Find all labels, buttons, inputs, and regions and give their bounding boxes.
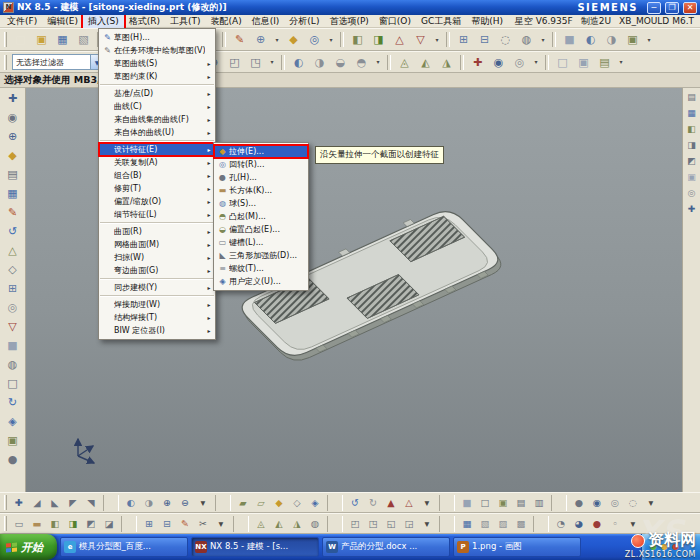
toolbar-icon[interactable]: ▾ xyxy=(643,495,659,511)
taskbar-window-button[interactable]: W 产品的分型.docx ... xyxy=(322,537,450,557)
toolbar-icon[interactable]: ◰ xyxy=(347,516,363,532)
toolbar-icon[interactable]: ◲ xyxy=(401,516,417,532)
toolbar-icon[interactable]: ◆ xyxy=(3,146,22,165)
toolbar-icon[interactable]: ◎ xyxy=(510,53,529,72)
toolbar-icon[interactable]: ◣ xyxy=(47,495,63,511)
toolbar-icon[interactable] xyxy=(387,55,391,70)
toolbar-icon[interactable]: ◈ xyxy=(307,495,323,511)
toolbar-icon[interactable]: ▧ xyxy=(74,30,93,49)
toolbar-icon[interactable] xyxy=(222,32,226,47)
submenu-item[interactable]: ▬ 长方体(K)... xyxy=(214,184,308,197)
menubar-item[interactable]: 窗口(O) xyxy=(374,15,416,28)
toolbar-icon[interactable]: △ xyxy=(3,241,22,260)
submenu-item[interactable]: ◒ 偏置凸起(E)... xyxy=(214,223,308,236)
toolbar-icon[interactable]: △ xyxy=(401,495,417,511)
toolbar-icon[interactable]: ▨ xyxy=(495,516,511,532)
insert-menu-item[interactable]: 弯边曲面(G) ▸ xyxy=(99,264,215,277)
toolbar-icon[interactable]: ✂ xyxy=(195,516,211,532)
selection-filter-dropdown[interactable]: 无选择过滤器 ▼ xyxy=(12,54,104,70)
submenu-item[interactable]: ◎ 回转(R)... xyxy=(214,158,308,171)
insert-menu-item[interactable]: 草图约束(K) ▸ xyxy=(99,70,215,83)
toolbar-icon[interactable]: ◎ xyxy=(3,298,22,317)
toolbar-icon[interactable]: ⊕ xyxy=(3,127,22,146)
toolbar-icon[interactable]: ✎ xyxy=(177,516,193,532)
toolbar-icon[interactable]: ▽ xyxy=(411,30,430,49)
toolbar-icon[interactable]: ◉ xyxy=(3,108,22,127)
toolbar-icon[interactable]: ◰ xyxy=(225,53,244,72)
toolbar-icon[interactable] xyxy=(446,32,450,47)
toolbar-icon[interactable]: ▦ xyxy=(53,30,72,49)
insert-menu-item[interactable]: 网格曲面(M) ▸ xyxy=(99,238,215,251)
toolbar-icon[interactable] xyxy=(281,55,285,70)
toolbar-icon[interactable]: ◭ xyxy=(416,53,435,72)
toolbar-icon[interactable]: ▢ xyxy=(11,30,30,49)
toolbar-icon[interactable]: ⊞ xyxy=(141,516,157,532)
toolbar-icon[interactable]: ◨ xyxy=(369,30,388,49)
toolbar-icon[interactable]: ▾ xyxy=(419,495,435,511)
taskbar-window-button[interactable]: e 模具分型图_百度... xyxy=(60,537,188,557)
toolbar-icon[interactable] xyxy=(545,55,549,70)
toolbar-icon[interactable]: ◥ xyxy=(83,495,99,511)
toolbar-icon[interactable]: ▾ xyxy=(272,30,282,49)
toolbar-icon[interactable]: ◐ xyxy=(289,53,308,72)
toolbar-icon[interactable]: ◢ xyxy=(29,495,45,511)
taskbar-window-button[interactable]: P 1.png - 画图 xyxy=(453,537,581,557)
toolbar-icon[interactable] xyxy=(551,495,567,511)
toolbar-icon[interactable]: ▽ xyxy=(3,317,22,336)
insert-menu-item[interactable]: 关联复制(A) ▸ xyxy=(99,156,215,169)
toolbar-grip[interactable] xyxy=(4,55,7,70)
toolbar-icon[interactable]: ✚ xyxy=(468,53,487,72)
menubar-item[interactable]: 编辑(E) xyxy=(42,15,83,28)
menubar-item[interactable]: 装配(A) xyxy=(205,15,246,28)
submenu-item[interactable]: ◍ 球(S)... xyxy=(214,197,308,210)
minimize-button[interactable]: ─ xyxy=(647,2,661,14)
toolbar-icon[interactable]: ◓ xyxy=(352,53,371,72)
insert-menu-item[interactable]: 扫掠(W) ▸ xyxy=(99,251,215,264)
toolbar-icon[interactable]: ◬ xyxy=(253,516,269,532)
toolbar-icon[interactable]: ◆ xyxy=(284,30,303,49)
toolbar-icon[interactable]: ↺ xyxy=(347,495,363,511)
toolbar-icon[interactable]: ◑ xyxy=(141,495,157,511)
submenu-item[interactable]: ≡ 螺纹(T)... xyxy=(214,262,308,275)
insert-menu-item[interactable]: BIW 定位器(I) ▸ xyxy=(99,324,215,337)
insert-menu-item[interactable]: ✎ 在任务环境中绘制草图(V)... xyxy=(99,44,215,57)
toolbar-icon[interactable]: ◐ xyxy=(581,30,600,49)
toolbar-icon[interactable]: ▾ xyxy=(373,53,383,72)
insert-menu-item[interactable]: 同步建模(Y) ▸ xyxy=(99,281,215,294)
toolbar-icon[interactable]: ■ xyxy=(560,30,579,49)
insert-menu-item[interactable]: 修剪(T) ▸ xyxy=(99,182,215,195)
toolbar-icon[interactable]: ◒ xyxy=(331,53,350,72)
insert-menu-item[interactable]: 组合(B) ▸ xyxy=(99,169,215,182)
menubar-item[interactable]: 格式(R) xyxy=(124,15,165,28)
toolbar-icon[interactable]: ⊟ xyxy=(475,30,494,49)
toolbar-icon[interactable]: ⊕ xyxy=(251,30,270,49)
toolbar-icon[interactable]: ▾ xyxy=(531,53,541,72)
toolbar-icon[interactable]: ◧ xyxy=(348,30,367,49)
toolbar-icon[interactable]: ↻ xyxy=(365,495,381,511)
toolbar-icon[interactable]: ◨ xyxy=(65,516,81,532)
toolbar-icon[interactable]: ▣ xyxy=(623,30,642,49)
toolbar-icon[interactable]: ▣ xyxy=(3,431,22,450)
toolbar-icon[interactable]: ▣ xyxy=(32,30,51,49)
insert-menu-item[interactable]: 来自曲线集的曲线(F) ▸ xyxy=(99,113,215,126)
toolbar-icon[interactable]: □ xyxy=(553,53,572,72)
toolbar-icon[interactable]: ◪ xyxy=(101,516,117,532)
toolbar-icon[interactable]: ▣ xyxy=(574,53,593,72)
toolbar-icon[interactable]: ◩ xyxy=(83,516,99,532)
toolbar-icon[interactable]: ⊖ xyxy=(177,495,193,511)
toolbar-icon[interactable]: ◎ xyxy=(305,30,324,49)
toolbar-icon[interactable]: ◬ xyxy=(395,53,414,72)
start-button[interactable]: 开始 xyxy=(0,534,57,560)
close-button[interactable]: ✕ xyxy=(683,2,697,14)
toolbar-icon[interactable] xyxy=(327,516,343,532)
toolbar-icon[interactable]: ◧ xyxy=(684,122,699,137)
toolbar-icon[interactable]: ▦ xyxy=(459,516,475,532)
insert-menu-item[interactable]: 草图曲线(S) ▸ xyxy=(99,57,215,70)
menubar-item[interactable]: 帮助(H) xyxy=(466,15,508,28)
menubar-item[interactable]: 首选项(P) xyxy=(324,15,373,28)
toolbar-icon[interactable]: ◦ xyxy=(607,516,623,532)
insert-menu-item[interactable]: 来自体的曲线(U) ▸ xyxy=(99,126,215,139)
menubar-item[interactable]: 文件(F) xyxy=(2,15,42,28)
insert-menu-item[interactable]: 曲线(C) ▸ xyxy=(99,100,215,113)
toolbar-icon[interactable]: ◧ xyxy=(47,516,63,532)
